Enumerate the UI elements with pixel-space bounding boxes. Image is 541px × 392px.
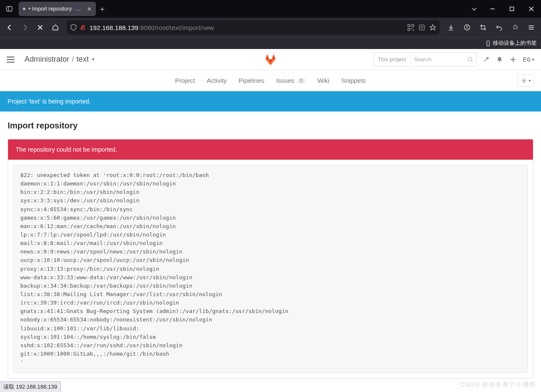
puzzle-icon xyxy=(512,24,519,31)
bookmark-mobile-folder[interactable]: 移动设备上的书签 xyxy=(485,40,537,47)
new-tab-button[interactable]: ＋ xyxy=(96,4,109,14)
tab-snippets[interactable]: Snippets xyxy=(341,77,366,84)
flash-info: Project 'text' is being imported. xyxy=(0,91,541,112)
close-icon xyxy=(529,6,534,11)
forward-button[interactable] xyxy=(18,20,32,35)
notifications-button[interactable] xyxy=(496,56,503,63)
plus-icon xyxy=(510,56,516,63)
window-maximize-button[interactable] xyxy=(502,2,522,16)
arrow-right-icon xyxy=(21,24,29,31)
gitlab-header: Administrator / text ▾ This project E6 ▾ xyxy=(0,49,541,70)
svg-rect-0 xyxy=(7,7,12,11)
svg-point-25 xyxy=(468,57,472,61)
bell-icon xyxy=(496,56,503,63)
tab-issues[interactable]: Issues0 xyxy=(276,77,305,84)
account-button[interactable] xyxy=(460,20,474,35)
gear-icon xyxy=(521,78,527,84)
undo-button[interactable] xyxy=(492,20,506,35)
tab-title: • Import repository · Adr xyxy=(29,6,84,12)
caret-down-icon: ▾ xyxy=(529,79,531,83)
menu-button[interactable] xyxy=(524,20,538,35)
undo-icon xyxy=(496,24,503,31)
wrench-icon xyxy=(483,56,489,63)
breadcrumb-sep: / xyxy=(72,55,74,64)
browser-chrome: • Import repository · Adr ✕ ＋ 192.168.18… xyxy=(0,0,541,49)
search-button[interactable] xyxy=(467,57,473,63)
tab-project[interactable]: Project xyxy=(175,77,195,84)
svg-line-26 xyxy=(471,60,473,62)
sidebar-toggle-button[interactable] xyxy=(2,2,17,16)
project-tabs-row: Project Activity Pipelines Issues0 Wiki … xyxy=(0,70,541,91)
window-minimize-button[interactable] xyxy=(483,2,502,16)
arrow-left-icon xyxy=(6,24,14,31)
crop-icon xyxy=(480,24,486,31)
url-port: :8080 xyxy=(139,24,155,31)
breadcrumb-user[interactable]: Administrator xyxy=(25,55,69,64)
window-close-button[interactable] xyxy=(522,2,541,16)
tab-pipelines[interactable]: Pipelines xyxy=(239,77,265,84)
account-icon xyxy=(464,24,470,31)
svg-rect-13 xyxy=(412,28,413,29)
chevron-down-icon xyxy=(471,6,477,12)
page-title: Import repository xyxy=(0,112,541,139)
tab-wiki[interactable]: Wiki xyxy=(317,77,329,84)
breadcrumb-dropdown[interactable]: ▾ xyxy=(92,57,95,62)
hamburger-icon xyxy=(528,24,535,31)
search-icon xyxy=(467,57,473,63)
minimize-icon xyxy=(490,6,495,11)
sidebar-icon xyxy=(6,5,13,12)
maximize-icon xyxy=(509,6,514,11)
download-icon xyxy=(448,24,454,31)
svg-rect-14 xyxy=(413,30,414,30)
lock-insecure-icon xyxy=(79,24,86,31)
url-host: 192.168.188.139 xyxy=(90,24,139,31)
error-panel-title: The repository could not be imported. xyxy=(8,139,533,160)
navbar: 192.168.188.139:8080/root/text/import/ne… xyxy=(0,18,541,37)
url-bar[interactable]: 192.168.188.139:8080/root/text/import/ne… xyxy=(67,20,440,35)
admin-wrench-button[interactable] xyxy=(482,56,490,63)
downloads-button[interactable] xyxy=(444,20,458,35)
bookmark-bar: 移动设备上的书签 xyxy=(0,37,541,49)
screenshot-button[interactable] xyxy=(476,20,490,35)
breadcrumb-project[interactable]: text xyxy=(77,55,89,64)
error-output: 822: unexpected token at 'root:x:0:0:roo… xyxy=(13,165,528,373)
svg-rect-24 xyxy=(487,41,489,46)
error-panel: The repository could not be imported. 82… xyxy=(8,139,533,378)
caret-down-icon: ▾ xyxy=(532,57,534,62)
user-menu[interactable]: E6 ▾ xyxy=(523,56,534,63)
svg-rect-15 xyxy=(419,25,424,30)
tabs-dropdown-button[interactable] xyxy=(466,6,483,12)
titlebar: • Import repository · Adr ✕ ＋ xyxy=(0,0,541,18)
qr-icon[interactable] xyxy=(407,24,414,31)
reader-icon[interactable] xyxy=(418,24,425,31)
extensions-button[interactable] xyxy=(508,20,522,35)
search-box: This project xyxy=(373,52,476,67)
gitlab-logo[interactable] xyxy=(264,53,277,66)
bookmark-label: 移动设备上的书签 xyxy=(493,40,537,47)
project-settings-button[interactable]: ▾ xyxy=(517,74,534,87)
tab-activity[interactable]: Activity xyxy=(207,77,227,84)
stop-button[interactable] xyxy=(33,20,47,35)
shield-icon xyxy=(70,24,77,31)
sidebar-toggle[interactable] xyxy=(7,57,17,63)
svg-point-20 xyxy=(466,26,468,27)
watermark: CSDN @余生有个小酒馆 xyxy=(460,381,536,389)
stop-icon xyxy=(37,24,44,31)
search-input[interactable] xyxy=(411,56,476,63)
svg-point-27 xyxy=(499,61,500,62)
url-text: 192.168.188.139:8080/root/text/import/ne… xyxy=(90,24,404,31)
home-button[interactable] xyxy=(48,20,63,35)
url-path: /root/text/import/new xyxy=(155,24,214,31)
tab-issues-label: Issues xyxy=(276,77,294,84)
svg-rect-3 xyxy=(510,7,514,11)
mobile-icon xyxy=(485,41,491,46)
tab-close-button[interactable]: ✕ xyxy=(87,6,92,12)
create-new-button[interactable] xyxy=(509,56,517,63)
tab-favicon xyxy=(23,8,25,10)
search-scope[interactable]: This project xyxy=(374,53,411,66)
issues-count-badge: 0 xyxy=(297,78,306,84)
browser-tab[interactable]: • Import repository · Adr ✕ xyxy=(19,2,96,16)
back-button[interactable] xyxy=(3,20,17,35)
star-icon[interactable] xyxy=(429,24,436,31)
svg-marker-18 xyxy=(430,24,436,30)
